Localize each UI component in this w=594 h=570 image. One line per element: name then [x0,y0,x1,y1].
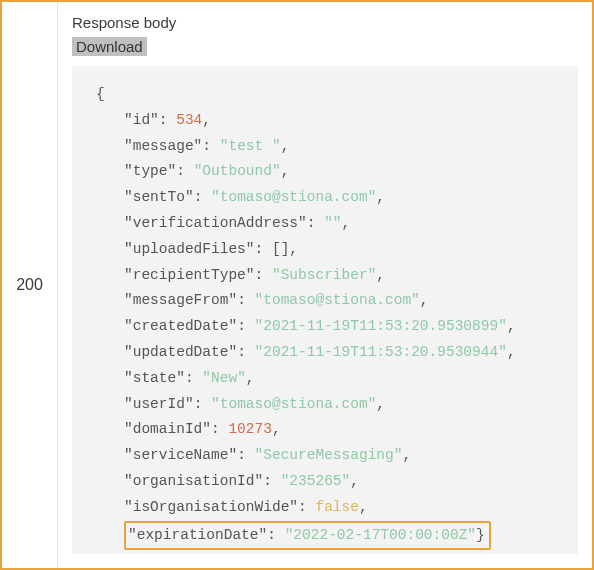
json-line-organisationId: "organisationId": "235265", [96,469,564,495]
json-colon: : [307,215,324,231]
json-comma: , [272,421,281,437]
status-code: 200 [16,276,43,294]
json-string: "SecureMessaging" [255,447,403,463]
json-indent: "uploadedFiles": [], [96,237,298,263]
download-button[interactable]: Download [72,37,147,56]
json-colon: : [237,318,254,334]
json-comma: , [420,292,429,308]
json-key: "recipientType" [124,267,255,283]
json-key: "createdDate" [124,318,237,334]
json-colon: : [298,499,315,515]
json-comma: , [359,499,368,515]
json-key: "isOrganisationWide" [124,499,298,515]
json-indent: "isOrganisationWide": false, [96,495,368,521]
json-entry-createdDate: "createdDate": "2021-11-19T11:53:20.9530… [124,318,516,334]
json-entry-isOrganisationWide: "isOrganisationWide": false, [124,499,368,515]
json-line-message: "message": "test ", [96,134,564,160]
json-colon: : [237,447,254,463]
json-line-recipientType: "recipientType": "Subscriber", [96,263,564,289]
json-line-sentTo: "sentTo": "tomaso@stiona.com", [96,185,564,211]
json-array: [] [272,241,289,257]
json-entry-serviceName: "serviceName": "SecureMessaging", [124,447,411,463]
json-open-brace: { [96,86,105,102]
json-number: 534 [176,112,202,128]
json-line-domainId: "domainId": 10273, [96,417,564,443]
json-key: "message" [124,138,202,154]
json-indent: "organisationId": "235265", [96,469,359,495]
json-string: "Outbound" [194,163,281,179]
json-key: "uploadedFiles" [124,241,255,257]
json-line-uploadedFiles: "uploadedFiles": [], [96,237,564,263]
json-key: "domainId" [124,421,211,437]
json-comma: , [246,370,255,386]
json-line-messageFrom: "messageFrom": "tomaso@stiona.com", [96,288,564,314]
json-boolean: false [315,499,359,515]
json-line-id: "id": 534, [96,108,564,134]
json-code-block: {"id": 534,"message": "test ","type": "O… [72,66,578,554]
json-colon: : [237,292,254,308]
json-comma: , [350,473,359,489]
json-entry-userId: "userId": "tomaso@stiona.com", [124,396,385,412]
response-panel: 200 Response body Download {"id": 534,"m… [0,0,594,570]
json-string: "" [324,215,341,231]
json-comma: , [289,241,298,257]
json-line-verificationAddress: "verificationAddress": "", [96,211,564,237]
json-colon: : [202,138,219,154]
json-string: "2021-11-19T11:53:20.9530899" [255,318,507,334]
json-key: "id" [124,112,159,128]
json-indent: "expirationDate": "2022-02-17T00:00:00Z"… [96,521,491,551]
status-code-column: 200 [2,2,58,568]
json-line-createdDate: "createdDate": "2021-11-19T11:53:20.9530… [96,314,564,340]
json-line-serviceName: "serviceName": "SecureMessaging", [96,443,564,469]
highlight-expiration-date: "expirationDate": "2022-02-17T00:00:00Z"… [124,521,491,551]
json-comma: , [402,447,411,463]
json-indent: "verificationAddress": "", [96,211,350,237]
json-entry-domainId: "domainId": 10273, [124,421,281,437]
json-key: "state" [124,370,185,386]
json-close-brace: } [476,527,485,543]
json-colon: : [267,527,284,543]
json-indent: "domainId": 10273, [96,417,281,443]
json-indent: "sentTo": "tomaso@stiona.com", [96,185,385,211]
json-key: "messageFrom" [124,292,237,308]
json-line-state: "state": "New", [96,366,564,392]
json-line-isOrganisationWide: "isOrganisationWide": false, [96,495,564,521]
json-string: "235265" [281,473,351,489]
json-indent: "type": "Outbound", [96,159,289,185]
json-key: "type" [124,163,176,179]
json-entry-sentTo: "sentTo": "tomaso@stiona.com", [124,189,385,205]
json-comma: , [376,396,385,412]
json-line-userId: "userId": "tomaso@stiona.com", [96,392,564,418]
json-line-updatedDate: "updatedDate": "2021-11-19T11:53:20.9530… [96,340,564,366]
response-body-column: Response body Download {"id": 534,"messa… [58,2,592,568]
json-colon: : [237,344,254,360]
json-key: "userId" [124,396,194,412]
json-indent: "id": 534, [96,108,211,134]
json-line-type: "type": "Outbound", [96,159,564,185]
json-colon: : [211,421,228,437]
json-string: "tomaso@stiona.com" [211,189,376,205]
json-open-line: { [96,82,564,108]
json-comma: , [342,215,351,231]
json-key: "verificationAddress" [124,215,307,231]
json-comma: , [507,344,516,360]
json-string: "test " [220,138,281,154]
json-entry-id: "id": 534, [124,112,211,128]
json-indent: "messageFrom": "tomaso@stiona.com", [96,288,429,314]
json-indent: "createdDate": "2021-11-19T11:53:20.9530… [96,314,516,340]
json-string: "tomaso@stiona.com" [211,396,376,412]
json-indent: "serviceName": "SecureMessaging", [96,443,411,469]
json-entry-updatedDate: "updatedDate": "2021-11-19T11:53:20.9530… [124,344,516,360]
json-entry-organisationId: "organisationId": "235265", [124,473,359,489]
json-colon: : [194,396,211,412]
json-indent: "state": "New", [96,366,255,392]
json-entry-recipientType: "recipientType": "Subscriber", [124,267,385,283]
json-entry-type: "type": "Outbound", [124,163,289,179]
json-string: "tomaso@stiona.com" [255,292,420,308]
json-key: "serviceName" [124,447,237,463]
json-colon: : [263,473,280,489]
json-indent: "recipientType": "Subscriber", [96,263,385,289]
json-string: "Subscriber" [272,267,376,283]
json-colon: : [185,370,202,386]
json-string: "2022-02-17T00:00:00Z" [285,527,476,543]
